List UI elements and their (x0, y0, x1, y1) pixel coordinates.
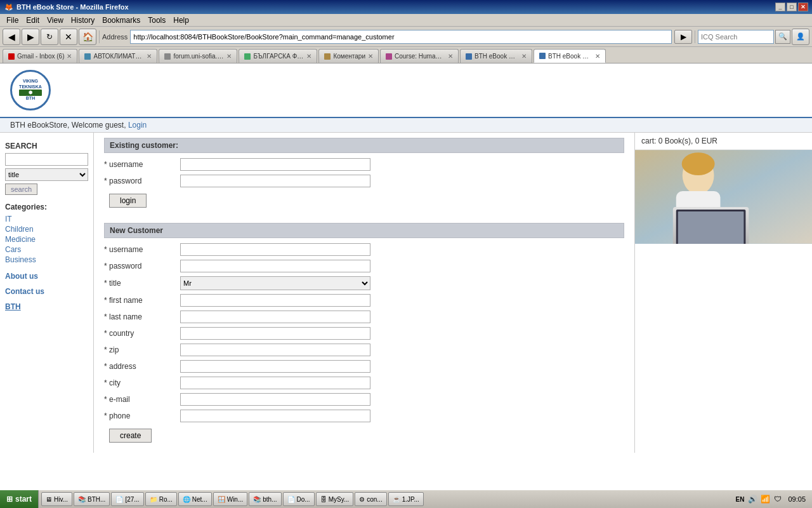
title-bar: 🦊 BTH eBook Store - Mozilla Firefox _ □ … (0, 0, 812, 14)
menu-bookmarks[interactable]: Bookmarks (98, 15, 144, 26)
right-panel: cart: 0 Book(s), 0 EUR (634, 133, 812, 453)
breadcrumb: BTH eBookStore, Welcome guest, Login (0, 118, 812, 133)
promo-image (635, 150, 812, 244)
minimize-btn[interactable]: _ (775, 3, 785, 11)
taskbar-item-2[interactable]: 📚BTH... (74, 492, 110, 506)
last-name-label: * last name (104, 312, 180, 321)
window-controls[interactable]: _ □ ✕ (775, 3, 808, 11)
menu-file[interactable]: File (3, 15, 22, 26)
tab-close-auto[interactable]: ✕ (147, 53, 152, 60)
address-label: Address (102, 33, 128, 41)
city-row: * city (104, 377, 624, 389)
tab-gmail[interactable]: Gmail - Inbox (6) ✕ (3, 49, 77, 63)
city-input[interactable] (180, 377, 370, 389)
email-input[interactable] (180, 393, 370, 406)
taskbar-item-8[interactable]: 📄Do... (283, 492, 315, 506)
network-icon[interactable]: 📶 (760, 494, 770, 504)
zip-input[interactable] (180, 344, 370, 356)
existing-password-input[interactable] (180, 175, 370, 187)
svg-rect-7 (678, 211, 744, 244)
back-btn[interactable]: ◀ (3, 29, 20, 45)
address-bar-container: Address http://localhost:8084/BTHBookSto… (102, 30, 692, 44)
taskbar-item-4[interactable]: 📁Ro... (145, 492, 177, 506)
about-us-link[interactable]: About us (0, 269, 93, 284)
country-label: * country (104, 329, 180, 338)
tab-close-forum[interactable]: ✕ (226, 53, 232, 60)
tab-bth2[interactable]: BTH eBook Store ✕ (534, 49, 606, 63)
go-btn[interactable]: ▶ (674, 30, 692, 44)
taskbar-item-11[interactable]: ☕1.JP... (388, 492, 424, 506)
menu-history[interactable]: History (67, 15, 98, 26)
browser-search-btn[interactable]: 🔍 (775, 30, 790, 44)
bth-link[interactable]: BTH (0, 299, 93, 314)
antivirus-icon[interactable]: 🛡 (773, 494, 783, 504)
tab-close-bg[interactable]: ✕ (306, 53, 311, 60)
create-btn[interactable]: create (109, 429, 152, 443)
category-it[interactable]: IT (5, 214, 88, 224)
category-cars[interactable]: Cars (5, 244, 88, 255)
taskbar-item-7[interactable]: 📚bth... (249, 492, 281, 506)
tab-bth1[interactable]: BTH eBook Store ✕ (460, 49, 532, 63)
sidebar-search-btn[interactable]: search (5, 184, 37, 195)
stop-btn[interactable]: ✕ (60, 29, 77, 45)
forward-btn[interactable]: ▶ (22, 29, 39, 45)
tab-close-gmail[interactable]: ✕ (67, 53, 72, 60)
login-btn[interactable]: login (109, 194, 147, 208)
first-name-input[interactable] (180, 294, 370, 307)
existing-username-input[interactable] (180, 158, 370, 171)
new-password-input[interactable] (180, 260, 370, 272)
taskbar-item-9[interactable]: 🗄MySy... (316, 492, 354, 506)
taskbar-item-10[interactable]: ⚙con... (355, 492, 386, 506)
address-bar[interactable]: http://localhost:8084/BTHBookStore/BookS… (130, 30, 672, 44)
start-button[interactable]: ⊞ start (0, 490, 39, 508)
email-row: * e-mail (104, 393, 624, 406)
contact-us-link[interactable]: Contact us (0, 284, 93, 299)
address-input[interactable] (180, 360, 370, 373)
tab-auto[interactable]: АВТОКЛИМАТИЦИ ✕ (79, 49, 157, 63)
browser-search-input[interactable] (698, 30, 774, 44)
maximize-btn[interactable]: □ (787, 3, 797, 11)
close-btn[interactable]: ✕ (798, 3, 808, 11)
sidebar-search-dropdown[interactable]: title (5, 168, 88, 181)
last-name-input[interactable] (180, 311, 370, 323)
taskbar-item-1[interactable]: 🖥Hiv... (41, 492, 72, 506)
category-children[interactable]: Children (5, 224, 88, 234)
tab-close-course[interactable]: ✕ (448, 53, 453, 60)
avatar-btn[interactable]: 👤 (792, 29, 809, 45)
tab-forum[interactable]: forum.uni-sofia.bg... ✕ (159, 49, 237, 63)
clock: 09:05 (785, 495, 808, 503)
tab-course[interactable]: Course: Human Co... ✕ (380, 49, 459, 63)
sidebar-search-input[interactable] (5, 153, 88, 166)
new-password-label: * password (104, 262, 180, 271)
phone-input[interactable] (180, 410, 370, 422)
reload-btn[interactable]: ↻ (41, 29, 58, 45)
taskbar-item-6[interactable]: 🪟Win... (213, 492, 248, 506)
title-select[interactable]: Mr Mrs Ms Dr (180, 276, 370, 290)
taskbar-item-5[interactable]: 🌐Net... (178, 492, 212, 506)
start-label: start (15, 495, 32, 504)
existing-password-label: * password (104, 177, 180, 185)
category-business[interactable]: Business (5, 255, 88, 265)
category-medicine[interactable]: Medicine (5, 234, 88, 244)
tab-close-bth2[interactable]: ✕ (595, 53, 600, 60)
first-name-row: * first name (104, 294, 624, 307)
tab-bg[interactable]: БЪЛГАРСКА ФОН... ✕ (239, 49, 317, 63)
tab-komentari[interactable]: Коментари ✕ (318, 49, 379, 63)
taskbar-item-3[interactable]: 📄[27... (111, 492, 143, 506)
tab-close-bth1[interactable]: ✕ (521, 53, 527, 60)
new-customer-header: New Customer (104, 223, 624, 238)
lang-icon[interactable]: EN (735, 494, 745, 504)
home-btn[interactable]: 🏠 (79, 29, 96, 45)
menu-view[interactable]: View (43, 15, 67, 26)
address-label: * address (104, 362, 180, 371)
menu-tools[interactable]: Tools (144, 15, 169, 26)
tab-close-komentari[interactable]: ✕ (368, 53, 373, 60)
country-input[interactable] (180, 327, 370, 340)
email-label: * e-mail (104, 395, 180, 404)
new-username-input[interactable] (180, 243, 370, 256)
existing-customer-header: Existing customer: (104, 138, 624, 153)
speaker-icon[interactable]: 🔊 (747, 494, 757, 504)
menu-edit[interactable]: Edit (22, 15, 43, 26)
menu-help[interactable]: Help (169, 15, 193, 26)
login-link[interactable]: Login (128, 121, 147, 130)
